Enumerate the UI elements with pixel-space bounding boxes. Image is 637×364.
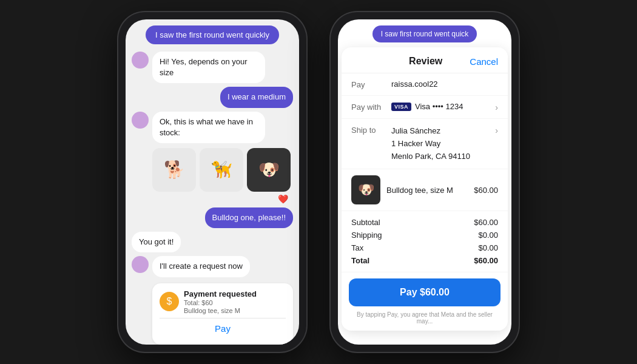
payment-card-header: $ Payment requested Total: $60 Bulldog t…	[160, 289, 286, 314]
subtotal-label: Subtotal	[351, 218, 380, 227]
fine-print: By tapping Pay, you agree that Meta and …	[342, 311, 508, 331]
dog-shirt-icon: 🐕	[152, 148, 196, 192]
message-row: I wear a medium	[132, 87, 293, 107]
svg-point-1	[136, 61, 144, 67]
shipping-row: Shipping $0.00	[351, 229, 498, 241]
bulldog-shirt-icon: 🐶	[247, 148, 291, 192]
svg-point-0	[138, 56, 142, 60]
svg-point-4	[138, 260, 142, 265]
bubble-incoming: I'll create a request now	[152, 256, 250, 277]
payment-card: $ Payment requested Total: $60 Bulldog t…	[152, 283, 293, 345]
chat-messages: Hi! Yes, depends on your size I wear a m…	[126, 49, 299, 345]
pay-label: Pay	[351, 79, 386, 89]
ship-address1: 1 Hacker Way	[391, 139, 440, 148]
product-image-1[interactable]: 🐕	[152, 148, 196, 192]
ship-to-row[interactable]: Ship to Julia Sánchez 1 Hacker Way Menlo…	[342, 119, 508, 169]
review-screen: I saw first round went quick Review Canc…	[338, 19, 511, 345]
chat-screen: I saw the first round went quickly Hi! Y…	[126, 19, 299, 345]
total-label: Total	[351, 256, 369, 265]
visa-card-number: Visa •••• 1234	[415, 102, 463, 111]
pay-row: Pay raissa.cool22	[342, 73, 508, 96]
chevron-right-icon: ›	[495, 103, 498, 112]
ship-to-label: Ship to	[351, 125, 386, 135]
bubble-incoming: Ok, this is what we have in stock:	[152, 112, 265, 143]
avatar	[132, 52, 149, 69]
totals-section: Subtotal $60.00 Shipping $0.00 Tax $0.00…	[342, 211, 508, 272]
product-name: Bulldog tee, size M	[386, 186, 468, 195]
pay-with-value: VISA Visa •••• 1234	[391, 102, 490, 111]
payment-total: Total: $60	[184, 299, 257, 306]
bubble-outgoing: I wear a medium	[220, 87, 293, 107]
product-image-2[interactable]: 🦮	[200, 148, 243, 192]
ship-address: Julia Sánchez 1 Hacker Way Menlo Park, C…	[391, 125, 490, 163]
ship-name: Julia Sánchez	[391, 126, 440, 135]
product-images: 🐕 🦮 🐶	[152, 148, 293, 192]
svg-point-5	[136, 266, 144, 271]
tax-label: Tax	[351, 243, 363, 252]
bubble-incoming: You got it!	[132, 232, 181, 252]
product-image-3[interactable]: 🐶	[247, 148, 291, 192]
chevron-right-icon: ›	[495, 126, 498, 135]
pay-with-label: Pay with	[351, 102, 386, 112]
pay-with-row[interactable]: Pay with VISA Visa •••• 1234 ›	[342, 96, 508, 119]
avatar	[132, 256, 149, 273]
shipping-value: $0.00	[478, 231, 498, 240]
bubble-incoming: Hi! Yes, depends on your size	[152, 52, 265, 83]
product-price: $60.00	[474, 186, 498, 195]
visa-badge: VISA	[391, 103, 411, 111]
svg-point-3	[136, 121, 144, 126]
chat-header-bubble: I saw the first round went quickly	[146, 25, 279, 44]
product-thumbnail: 🐶	[351, 175, 380, 204]
tax-row: Tax $0.00	[351, 241, 498, 254]
pay-button-chat[interactable]: Pay	[160, 318, 286, 339]
pay-button[interactable]: Pay $60.00	[349, 278, 500, 306]
review-panel: Review Cancel Pay raissa.cool22 Pay with…	[342, 47, 508, 331]
shipping-label: Shipping	[351, 231, 382, 240]
subtotal-value: $60.00	[474, 218, 498, 227]
tax-value: $0.00	[478, 243, 498, 252]
total-row: Total $60.00	[351, 254, 498, 267]
total-value: $60.00	[474, 256, 498, 265]
pay-value: raissa.cool22	[391, 79, 498, 89]
cancel-button[interactable]: Cancel	[470, 56, 498, 67]
message-row: Bulldog one, please!!	[132, 207, 293, 228]
product-row: 🐶 Bulldog tee, size M $60.00	[342, 169, 508, 211]
review-phone: I saw first round went quick Review Canc…	[331, 12, 519, 352]
bubble-outgoing: Bulldog one, please!!	[205, 207, 293, 228]
payment-title: Payment requested	[184, 289, 257, 298]
review-header-bubble: I saw first round went quick	[372, 25, 477, 42]
review-title: Review	[409, 56, 442, 67]
payment-icon: $	[160, 292, 179, 311]
chat-phone: I saw the first round went quickly Hi! Y…	[118, 12, 306, 352]
payment-item: Bulldog tee, size M	[184, 307, 257, 314]
message-row: Ok, this is what we have in stock:	[132, 112, 293, 143]
review-title-row: Review Cancel	[342, 47, 508, 73]
dog-shirt-icon-2: 🦮	[200, 148, 243, 192]
ship-address2: Menlo Park, CA 94110	[391, 152, 470, 161]
avatar	[132, 112, 149, 129]
subtotal-row: Subtotal $60.00	[351, 216, 498, 229]
message-row: Hi! Yes, depends on your size	[132, 52, 293, 83]
message-row: You got it!	[132, 232, 293, 252]
heart-emoji: ❤️	[132, 194, 293, 204]
svg-point-2	[138, 115, 142, 120]
message-row: I'll create a request now	[132, 256, 293, 277]
